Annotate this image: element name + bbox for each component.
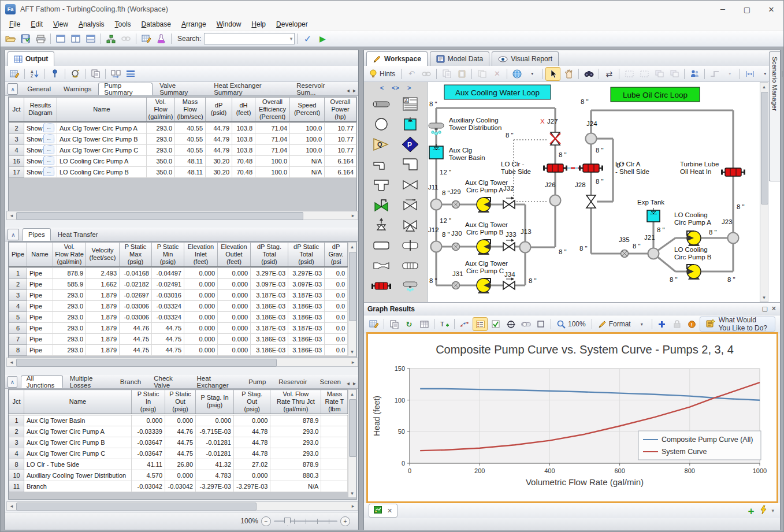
table-row[interactable]: 10Auxiliary Cooling Tower Distribution4.… [9, 470, 348, 481]
copy-button[interactable] [88, 68, 102, 80]
column-header[interactable]: P StaticIn(psig) [132, 390, 165, 415]
column-header[interactable]: dP StaticTotal(psid) [288, 243, 325, 267]
column-header[interactable]: ElevationInlet(feet) [184, 243, 218, 267]
output-hscrollbar[interactable]: ◂▸ [6, 211, 358, 220]
web-dropdown-arrow[interactable]: ▾ [525, 68, 539, 80]
junction-j23[interactable] [728, 233, 739, 244]
junction-turbine-lube-oil-heat-in[interactable] [721, 168, 745, 176]
menu-item-arrange[interactable]: Arrange [176, 19, 211, 29]
column-header[interactable]: Name [27, 243, 53, 267]
column-header[interactable]: P StaticMax(psig) [120, 243, 152, 267]
collapse-button[interactable]: ∧ [8, 376, 17, 388]
tab-heat-exchanger-summary[interactable]: Heat Exchanger Summary [208, 83, 289, 95]
tab-heat-transfer[interactable]: Heat Transfer [52, 228, 104, 241]
junction-j31[interactable] [452, 282, 460, 289]
minimize-button[interactable]: ─ [711, 1, 735, 18]
web-dropdown[interactable] [510, 68, 524, 80]
show-link[interactable]: Show [27, 136, 43, 143]
tab-scroll-left-icon[interactable]: ◂ [347, 87, 350, 94]
menu-item-help[interactable]: Help [246, 19, 271, 29]
menu-item-window[interactable]: Window [211, 19, 247, 29]
tab-warnings[interactable]: Warnings [58, 83, 97, 95]
tab-reservoir-sum-[interactable]: Reservoir Sum... [291, 83, 347, 95]
table-row[interactable]: 7Pipe293.01.87944.7544.750.0000.0003.186… [9, 333, 348, 344]
close-button[interactable]: ✕ [759, 1, 783, 18]
orifice-tool[interactable] [396, 235, 425, 255]
column-header[interactable]: Vol. FlowRate Thru Jct(gal/min) [270, 390, 321, 415]
junction-lo-clr-a-shell-side[interactable] [579, 164, 603, 172]
assigned-pressure-tool[interactable]: P [396, 134, 425, 154]
menu-item-analysis[interactable]: Analysis [73, 19, 110, 29]
add-graph-button[interactable] [655, 318, 669, 330]
zoom-in-button[interactable]: + [340, 516, 350, 526]
junction-j13[interactable] [520, 242, 531, 253]
lightning-icon[interactable] [760, 505, 767, 516]
table-row[interactable]: 2Aux Clg Tower Circ Pump A-0.0333944.76-… [9, 426, 348, 437]
graph-control-button[interactable] [367, 318, 381, 330]
tab-output[interactable]: Output [8, 51, 54, 66]
tab-check-valve[interactable]: Check Valve [148, 375, 190, 388]
junction-aux-cooling-tower-distribution[interactable] [429, 123, 444, 135]
column-header[interactable]: MassFlow(lbm/sec) [175, 98, 206, 122]
table-row[interactable]: 3Pipe293.01.879-0.02697-0.030160.0000.00… [9, 289, 348, 300]
graph-tab-close-icon[interactable]: ✕ [387, 507, 392, 515]
loop-title-annotation[interactable]: Lube Oil Circ Loop [611, 87, 700, 102]
format-dropdown[interactable]: Format [595, 318, 634, 330]
tab-multiple-losses[interactable]: Multiple Losses [64, 375, 113, 388]
tab-reservoir[interactable]: Reservoir [273, 375, 313, 388]
junction-j33[interactable] [503, 239, 515, 251]
refresh-button[interactable]: ↻ [402, 318, 416, 330]
graph-restore-button[interactable]: ▢ [761, 305, 767, 312]
crosshair-button[interactable] [504, 318, 518, 330]
show-link[interactable]: Show [27, 169, 43, 176]
display-options-button[interactable] [124, 68, 138, 80]
valve-tool[interactable] [396, 174, 425, 195]
menu-item-view[interactable]: View [48, 19, 73, 29]
column-header[interactable]: OverallPower(hp) [325, 98, 356, 122]
curve-style-button[interactable] [458, 318, 471, 330]
general-component-tool[interactable] [367, 235, 396, 255]
loop-title-annotation[interactable]: Aux Cooling Water Loop [444, 85, 551, 99]
sort-button[interactable]: AZ [28, 68, 42, 80]
help-wizard-button[interactable]: What Would You Like to Do? [700, 317, 775, 332]
add-graph-icon[interactable]: ＋ [746, 504, 756, 518]
results-diagram-button[interactable]: ... [43, 168, 54, 176]
fluid-properties-button[interactable] [154, 32, 168, 45]
pin-button[interactable] [48, 68, 62, 80]
model-data-button[interactable] [139, 32, 153, 45]
column-header[interactable]: P Stag. In(psig) [196, 390, 234, 415]
junction-lo-pump-b[interactable] [687, 265, 701, 280]
column-header[interactable]: Vol.Flow(gal/min) [147, 98, 175, 122]
table-row[interactable]: 6Pipe293.01.87944.7644.750.0000.0003.187… [9, 322, 348, 333]
tab-valve-summary[interactable]: Valve Summary [154, 83, 207, 95]
column-header[interactable]: Speed(Percent) [290, 98, 325, 122]
legend-button[interactable] [473, 317, 488, 331]
workspace-canvas[interactable]: <<>> AQP 8 "8 "8 "12 "8 "12 "8 "8 "8 "8 … [364, 82, 780, 303]
junction-aux-pump-c[interactable] [477, 278, 491, 293]
tab-heat-exchanger[interactable]: Heat Exchanger [191, 375, 242, 388]
collapse-button[interactable]: ∧ [8, 83, 18, 95]
zoom-slider-thumb[interactable] [284, 518, 291, 526]
slider-button[interactable] [519, 318, 533, 330]
junctions-vscrollbar[interactable]: ▴▾ [348, 389, 356, 498]
column-header[interactable]: Jct [9, 98, 24, 122]
palette-nav-next-icon[interactable]: > [407, 84, 411, 91]
column-header[interactable]: Jct [9, 390, 24, 415]
column-header[interactable]: dP(psid) [206, 98, 232, 122]
show-check-button[interactable] [489, 318, 503, 330]
window-vsplit-button[interactable] [69, 32, 83, 45]
scenario-manager-tab[interactable]: Scenario Manager [769, 51, 780, 181]
results-diagram-button[interactable]: ... [43, 157, 54, 165]
tab-model-data[interactable]: Model Data [430, 51, 489, 66]
spray-discharge-tool[interactable] [396, 276, 425, 296]
junction-j26[interactable] [550, 195, 561, 206]
pan-tool-button[interactable] [562, 68, 575, 80]
bend-tool[interactable] [367, 154, 396, 174]
show-link[interactable]: Show [27, 147, 43, 154]
column-header[interactable]: MassRate T(lbm [321, 390, 348, 415]
palette-nav-both-icon[interactable]: <> [392, 84, 399, 91]
assigned-flow-tool[interactable]: Q [367, 134, 396, 154]
column-header[interactable]: P StaticOut(psig) [165, 390, 196, 415]
output-control-button[interactable] [8, 68, 21, 80]
table-row[interactable]: 2Pipe585.91.662-0.02182-0.024910.0000.00… [9, 278, 348, 289]
